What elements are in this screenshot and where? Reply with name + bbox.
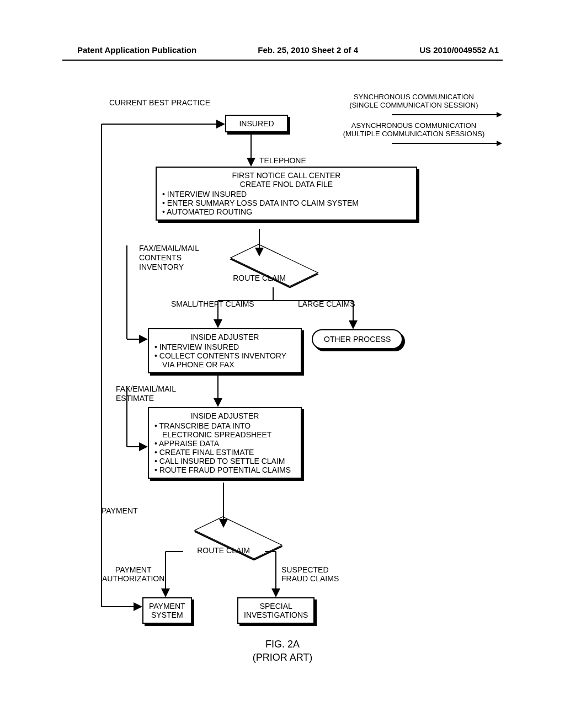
connectors — [0, 0, 565, 728]
